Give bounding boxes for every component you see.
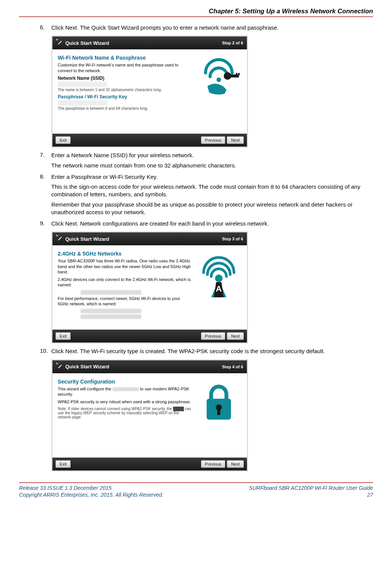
exit-button[interactable]: Exit (55, 332, 71, 340)
svg-rect-4 (238, 73, 240, 75)
step-7: 7. Enter a Network Name (SSID) for your … (40, 152, 369, 172)
wizard-title: Quick Start Wizard (65, 364, 222, 369)
copyright-line: Copyright ARRIS Enterprises, Inc. 2015. … (19, 491, 163, 498)
svg-point-0 (217, 77, 221, 82)
step-text: Click Next. The Quick Start Wizard promp… (51, 24, 369, 32)
svg-point-1 (224, 72, 231, 80)
passphrase-note: The passphrase is between 8 and 64 chara… (58, 106, 191, 110)
wand-icon (56, 236, 62, 242)
step-number: 10. (40, 347, 51, 357)
wizard-heading: Wi-Fi Network Name & Passphrase (58, 55, 191, 61)
step-8: 8. Enter a Passphrase or Wi-Fi Security … (40, 173, 369, 218)
wizard-screenshot-step3: Quick Start Wizard Step 3 of 6 2.4GHz & … (51, 231, 248, 344)
wand-icon (56, 364, 62, 370)
svg-rect-3 (236, 73, 237, 75)
next-button[interactable]: Next (227, 332, 244, 340)
wizard-line: 2.4GHz devices can only connect to the 2… (58, 277, 191, 288)
step-text: Enter a Network Name (SSID) for your wir… (51, 152, 369, 159)
step-subtext: The network name must contain from one t… (51, 162, 369, 169)
svg-text:A: A (216, 284, 222, 294)
wizard-footer: Exit Previous Next (52, 134, 247, 147)
step-9: 9. Click Next. Network configurations ar… (40, 220, 369, 230)
wizard-line: WPA2-PSK security is very robust when us… (58, 399, 191, 404)
wizard-line: This wizard will configure the to use mo… (58, 386, 191, 397)
exit-button[interactable]: Exit (55, 136, 71, 144)
wizard-step-indicator: Step 4 of 6 (222, 365, 243, 369)
wizard-note: Note: If older devices cannot connect us… (58, 407, 191, 419)
page-footer: Release 33 ISSUE 1.3 December 2015 Copyr… (19, 482, 373, 498)
release-line: Release 33 ISSUE 1.3 December 2015 (19, 485, 163, 491)
blurred-text (112, 387, 139, 391)
wizard-desc: Your SBR-AC3200P has three Wi-Fi radios.… (58, 258, 191, 275)
step-text: Click Next. Network configurations are c… (51, 220, 369, 227)
passphrase-label: Passphrase / Wi-Fi Security Key (58, 94, 191, 99)
step-text: Enter a Passphrase or Wi-Fi Security Key… (51, 173, 369, 181)
ssid-field-blurred (58, 82, 107, 87)
step-10: 10. Click Next. The Wi-Fi security type … (40, 347, 369, 357)
step-number: 7. (40, 152, 51, 172)
wizard-step-indicator: Step 2 of 6 (222, 41, 243, 45)
step-subtext: Remember that your passphrase should be … (51, 201, 369, 216)
svg-rect-2 (231, 74, 239, 77)
wizard-titlebar: Quick Start Wizard Step 4 of 6 (52, 360, 247, 373)
step-number: 6. (40, 24, 51, 34)
step-number: 8. (40, 173, 51, 218)
wizard-footer: Exit Previous Next (52, 458, 247, 470)
network-name-blurred (81, 290, 141, 295)
wizard-line: For best performance, connect newer, 5GH… (58, 296, 191, 307)
wand-icon (56, 40, 62, 46)
exit-button[interactable]: Exit (55, 460, 71, 468)
antenna-signal-icon: A (196, 251, 242, 327)
wizard-titlebar: Quick Start Wizard Step 2 of 6 (52, 36, 247, 49)
wizard-heading: 2.4GHz & 5GHz Networks (58, 251, 191, 257)
step-subtext: This is the sign-on access code for your… (51, 183, 369, 199)
wizard-title: Quick Start Wizard (65, 40, 222, 46)
padlock-icon (196, 379, 242, 455)
next-button[interactable]: Next (227, 460, 244, 468)
content-body: 6. Click Next. The Quick Start Wizard pr… (19, 24, 373, 472)
passphrase-field-blurred (58, 100, 107, 106)
network-name-blurred (81, 314, 141, 319)
wizard-titlebar: Quick Start Wizard Step 3 of 6 (52, 232, 247, 245)
wizard-title: Quick Start Wizard (65, 236, 222, 242)
previous-button[interactable]: Previous (201, 460, 226, 468)
wizard-screenshot-step4: Quick Start Wizard Step 4 of 6 Security … (51, 359, 248, 472)
previous-button[interactable]: Previous (201, 332, 226, 340)
chapter-header: Chapter 5: Setting Up a Wireless Network… (19, 8, 373, 17)
wizard-desc: Customize the Wi-Fi network's name and t… (58, 62, 191, 73)
wizard-heading: Security Configuration (58, 379, 191, 385)
product-line: SURFboard SBR AC1200P Wi-Fi Router User … (249, 485, 373, 491)
wizard-footer: Exit Previous Next (52, 330, 247, 343)
network-name-blurred (81, 309, 141, 313)
wizard-screenshot-step2: Quick Start Wizard Step 2 of 6 Wi-Fi Net… (51, 35, 248, 148)
step-number: 9. (40, 220, 51, 230)
svg-rect-9 (217, 409, 220, 415)
ssid-note: The name is between 1 and 32 alphanumeri… (58, 88, 191, 92)
page-number: 27 (249, 491, 373, 498)
wizard-step-indicator: Step 3 of 6 (222, 237, 243, 241)
previous-button[interactable]: Previous (201, 136, 226, 144)
wifi-key-hand-icon (196, 55, 242, 131)
step-6: 6. Click Next. The Quick Start Wizard pr… (40, 24, 369, 34)
next-button[interactable]: Next (227, 136, 244, 144)
step-text: Click Next. The Wi-Fi security type is c… (51, 347, 369, 355)
wizard-text: This wizard will configure the (58, 387, 111, 391)
ssid-label: Network Name (SSID) (58, 76, 191, 81)
